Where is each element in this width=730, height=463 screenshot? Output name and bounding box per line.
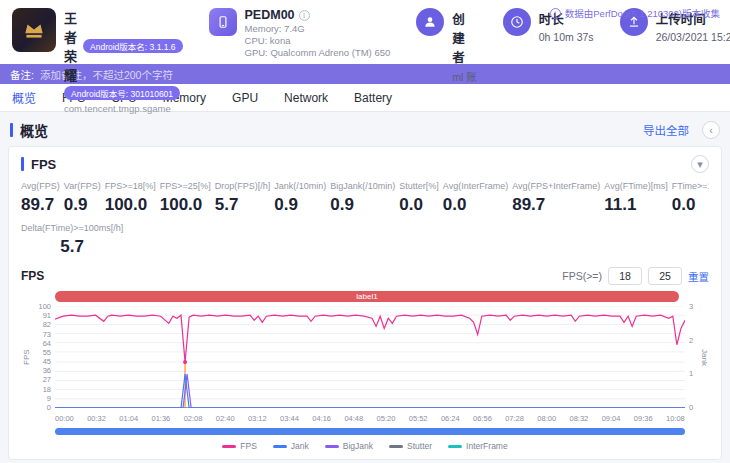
metric: FTime>=100ms[%] 0.0 [672,181,709,215]
x-tick: 09:36 [634,414,653,423]
y-tick: 2 [689,336,699,345]
legend-item[interactable]: BigJank [325,441,373,451]
metric-value: 0.0 [672,195,709,215]
x-tick: 09:04 [602,414,621,423]
fps-threshold-low-input[interactable] [608,267,642,285]
y-axis-left-title: FPS [21,306,31,408]
metric-label: FPS>=18[%] [105,181,156,191]
fps-card: FPS ▾ Avg(FPS) 89.7 Var(FPS) 0.9 FPS>=18… [8,146,722,460]
chart-header: FPS FPS(>=) 重置 [21,267,709,285]
metric-label: BigJank(/10min) [330,181,395,191]
metric: FPS>=25[%] 100.0 [160,181,211,215]
x-tick: 00:32 [87,414,106,423]
overview-section-header: 概览 导出全部 ‹ [0,112,730,146]
metric-label: Drop(FPS)[/h] [215,181,271,191]
collapse-fps-button[interactable]: ▾ [691,155,709,173]
package-name: com.tencent.tmgp.sgame [64,103,183,114]
accent-bar [21,157,24,171]
x-tick: 00:00 [55,414,74,423]
legend-item[interactable]: InterFrame [448,441,508,451]
creator-section: 创建者 ml 账 [416,8,477,84]
reset-button[interactable]: 重置 [688,269,709,284]
x-tick: 07:28 [505,414,524,423]
android-version-code-badge: Android版本号: 301010601 [64,86,180,100]
legend-label: FPS [240,441,257,451]
chart-title: FPS [21,269,44,283]
legend-swatch [222,445,236,448]
clock-icon [503,8,531,36]
metric: Avg(FTime)[ms] 11.1 [604,181,668,215]
x-tick: 02:08 [184,414,203,423]
legend-label: BigJank [343,441,373,451]
fps-threshold-high-input[interactable] [648,267,682,285]
metric: FPS>=18[%] 100.0 [105,181,156,215]
y-tick: 73 [31,330,51,339]
metric: Drop(FPS)[/h] 5.7 [215,181,271,215]
device-info-section: PEDM00 i Memory: 7.4G CPU: kona GPU: Qua… [209,8,391,58]
tab[interactable]: Network [284,91,328,105]
metric-value: 0.9 [64,195,101,215]
app-title: 王者荣耀 [64,8,77,84]
x-tick: 08:32 [570,414,589,423]
version-note-text: 数据由PerfDog(5.1.210300)版本收集 [565,6,720,20]
android-version-name-badge: Android版本名: 3.1.1.6 [83,39,183,53]
x-tick: 05:20 [377,414,396,423]
user-icon [416,8,444,36]
y-tick: 27 [31,375,51,384]
fps-metrics-row: Avg(FPS) 89.7 Var(FPS) 0.9 FPS>=18[%] 10… [21,181,709,215]
creator-label: 创建者 [452,9,477,66]
legend-item[interactable]: Jank [273,441,309,451]
duration-value: 0h 10m 37s [539,31,594,43]
y-tick: 3 [689,302,699,311]
metric-value: 100.0 [105,195,156,215]
metric: Avg(FPS+InterFrame) 89.7 [512,181,600,215]
y-tick: 64 [31,339,51,348]
y-tick: 82 [31,320,51,329]
chart-legend: FPS Jank BigJank Stutter [21,441,709,453]
legend-swatch [448,445,462,448]
game-app-icon [12,8,56,52]
x-tick: 03:44 [280,414,299,423]
x-tick: 03:12 [248,414,267,423]
y-axis-right-ticks: 3210 [685,302,699,412]
collapse-panel-button[interactable]: ‹ [702,121,720,139]
metric-value: 0.0 [399,195,439,215]
x-tick: 04:48 [344,414,363,423]
legend-item[interactable]: Stutter [389,441,432,451]
x-tick: 01:04 [119,414,138,423]
x-tick: 05:52 [409,414,428,423]
chart-scrollbar[interactable] [55,428,685,435]
y-tick: 1 [689,369,699,378]
metric-value: 0.9 [274,195,326,215]
metric-label: Jank(/10min) [274,181,326,191]
y-tick: 91 [31,311,51,320]
legend-item[interactable]: FPS [222,441,257,451]
device-name: PEDM00 [245,8,295,22]
x-tick: 10:08 [666,414,685,423]
y-tick: 100 [31,302,51,311]
y-tick: 36 [31,366,51,375]
legend-label: Jank [291,441,309,451]
metric-value: 5.7 [215,195,271,215]
export-all-link[interactable]: 导出全部 [643,122,689,138]
metric-label: Avg(FPS+InterFrame) [512,181,600,191]
metric-value: 89.7 [21,195,60,215]
fps-chart [55,306,685,408]
metric: Delta(FTime)>=100ms[/h] 5.7 [21,223,123,257]
metric: Var(FPS) 0.9 [64,181,101,215]
tab[interactable]: GPU [232,91,258,105]
x-tick: 06:24 [441,414,460,423]
device-memory: Memory: 7.4G [245,23,391,34]
metric: Jank(/10min) 0.9 [274,181,326,215]
perfdog-report-page: 王者荣耀 Android版本名: 3.1.1.6 Android版本号: 301… [0,0,730,460]
y-tick: 18 [31,385,51,394]
metric-label: Delta(FTime)>=100ms[/h] [21,223,123,233]
metric-value: 11.1 [604,195,668,215]
y-axis-right-title: Jank [699,306,709,408]
device-info-icon[interactable]: i [299,10,310,21]
tab[interactable]: Battery [354,91,392,105]
legend-swatch [325,445,339,448]
legend-swatch [273,445,287,448]
metric: Avg(FPS) 89.7 [21,181,60,215]
fps-metrics-row-2: Delta(FTime)>=100ms[/h] 5.7 [21,223,709,257]
